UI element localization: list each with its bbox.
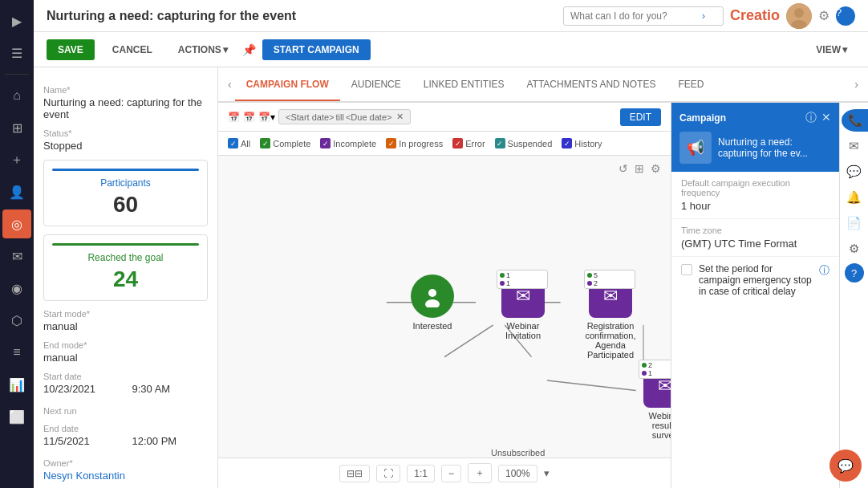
svg-point-11	[428, 289, 436, 297]
edit-button[interactable]: EDIT	[620, 108, 661, 126]
calendar-icon-1[interactable]: 📅	[228, 112, 240, 123]
cb-incomplete-box: ✓	[320, 138, 331, 148]
floating-chat-button[interactable]: 💬	[829, 449, 862, 482]
grid-icon[interactable]: ⊞	[2, 113, 31, 142]
cb-complete[interactable]: ✓ Complete	[260, 138, 310, 148]
save-button[interactable]: SAVE	[47, 39, 95, 60]
fit-btn[interactable]: ⛶	[376, 465, 400, 482]
gear-panel-icon[interactable]: ⚙	[843, 238, 866, 260]
help-icon[interactable]: ?	[836, 6, 855, 26]
tabs-prev-arrow[interactable]: ‹	[225, 75, 235, 94]
view-button[interactable]: VIEW ▾	[808, 39, 855, 60]
frequency-field: Default campaign execution frequency 1 h…	[671, 172, 839, 219]
email-panel-icon[interactable]: ✉	[843, 135, 866, 157]
plus-icon[interactable]: ＋	[2, 145, 31, 174]
target-icon[interactable]: ◎	[2, 209, 31, 238]
node-webinar-survey[interactable]: ✉ 2 1 Webinar results survey	[643, 364, 671, 440]
tab-attachments-notes[interactable]: ATTACHMENTS AND NOTES	[515, 69, 667, 101]
node-webinar-invitation[interactable]: ✉ 1 1 Webinar Invitation	[491, 274, 555, 340]
tabs-next-arrow[interactable]: ›	[851, 75, 862, 94]
cb-history[interactable]: ✓ History	[562, 138, 602, 148]
flow-canvas[interactable]: ↺ ⊞ ⚙	[218, 156, 671, 458]
frequency-value: 1 hour	[681, 200, 829, 212]
emergency-checkbox[interactable]	[681, 264, 692, 275]
actions-button[interactable]: ACTIONS ▾	[170, 39, 236, 60]
emergency-checkbox-row: Set the period for campaign emergency st…	[671, 257, 839, 303]
start-campaign-button[interactable]: START CAMPAIGN	[262, 39, 371, 60]
start-date-value: 10/23/2021	[43, 383, 120, 395]
chart-icon[interactable]: 📊	[2, 370, 31, 399]
name-value: Nurturing a need: capturing for the even…	[43, 96, 208, 120]
user-icon[interactable]: 👤	[2, 177, 31, 206]
start-mode-label: Start mode*	[43, 309, 208, 319]
cb-error[interactable]: ✓ Error	[452, 138, 485, 148]
owner-value[interactable]: Nesyn Konstantin	[43, 470, 208, 482]
node-webinar-invitation-label: Webinar Invitation	[491, 321, 555, 340]
chat-panel-icon[interactable]: 💬	[843, 161, 866, 183]
toolbar: SAVE CANCEL ACTIONS ▾ 📌 START CAMPAIGN V…	[34, 32, 868, 67]
zoom-out-btn[interactable]: −	[441, 465, 461, 482]
node-webinar-survey-label: Webinar results survey	[643, 411, 671, 440]
node-interested[interactable]: Interested	[411, 274, 454, 331]
expand-icon[interactable]: ▶	[2, 6, 31, 35]
search-submit[interactable]: ›	[702, 10, 705, 22]
end-date-value: 11/5/2021	[43, 435, 120, 447]
cb-all-box: ✓	[228, 138, 238, 148]
tab-linked-entities[interactable]: LINKED ENTITIES	[412, 69, 516, 101]
tab-feed[interactable]: FEED	[667, 69, 715, 101]
cancel-button[interactable]: CANCEL	[101, 39, 164, 60]
end-time-value: 12:00 PM	[132, 435, 209, 447]
list-icon[interactable]: ≡	[2, 338, 31, 367]
cb-complete-box: ✓	[260, 138, 270, 148]
goal-title: Reached the goal	[52, 252, 199, 263]
tabs-bar: ‹ CAMPAIGN FLOW AUDIENCE LINKED ENTITIES…	[218, 67, 868, 103]
start-mode-value: manual	[43, 320, 208, 332]
zoom-in-btn[interactable]: ＋	[468, 463, 492, 483]
tab-audience[interactable]: AUDIENCE	[340, 69, 412, 101]
document-panel-icon[interactable]: 📄	[843, 212, 866, 234]
settings-icon[interactable]: ⚙	[651, 162, 661, 175]
phone-panel-icon[interactable]: 📞	[842, 109, 869, 132]
top-header: Nurturing a need: capturing for the even…	[34, 0, 868, 32]
card-info-icon[interactable]: ⓘ	[805, 111, 817, 125]
start-date-pill[interactable]: <Start date> till <Due date> ✕	[278, 109, 411, 124]
grid-btn[interactable]: ⊟⊟	[339, 465, 370, 482]
cb-inprogress[interactable]: ✓ In progress	[386, 138, 443, 148]
date-clear-icon[interactable]: ✕	[396, 112, 404, 122]
node-registration-label: Registration confirmation, Agenda Partic…	[574, 321, 647, 360]
node-registration[interactable]: ✉ 5 2 Registration confirmation, Agenda …	[574, 274, 647, 360]
node-unsubscribed[interactable]: Unsubscribed	[491, 445, 545, 458]
timezone-value: (GMT) UTC Time Format	[681, 238, 829, 250]
search-input[interactable]	[570, 10, 699, 22]
timezone-label: Time zone	[681, 226, 829, 235]
tab-campaign-flow[interactable]: CAMPAIGN FLOW	[235, 69, 340, 101]
cb-all[interactable]: ✓ All	[228, 138, 250, 148]
emergency-info-icon[interactable]: ⓘ	[819, 263, 829, 278]
node-webinar-invitation-badge: 1 1	[497, 270, 548, 289]
start-date-row: 10/23/2021 9:30 AM	[43, 383, 208, 398]
card-close-icon[interactable]: ✕	[821, 111, 831, 125]
home-icon[interactable]: ⌂	[2, 81, 31, 110]
checkbox-group: ✓ All ✓ Complete ✓ Incomplete	[228, 138, 602, 148]
gear-top-icon[interactable]: ⚙	[818, 8, 829, 23]
briefcase-icon[interactable]: ⬡	[2, 306, 31, 335]
cb-incomplete[interactable]: ✓ Incomplete	[320, 138, 376, 148]
lightbulb-icon[interactable]: ◉	[2, 274, 31, 303]
zoom-chevron-icon[interactable]: ▾	[544, 467, 550, 479]
cb-suspended[interactable]: ✓ Suspended	[495, 138, 553, 148]
calendar-icon-2[interactable]: 📅	[243, 112, 255, 123]
grid-view-icon[interactable]: ⊞	[635, 162, 644, 175]
next-run-label: Next run	[43, 406, 208, 416]
calendar-icon[interactable]: ⬜	[2, 402, 31, 431]
participants-count: 60	[52, 192, 199, 218]
search-box[interactable]: ›	[563, 6, 724, 26]
bell-panel-icon[interactable]: 🔔	[843, 186, 866, 209]
question-panel-icon[interactable]: ?	[845, 263, 864, 283]
user-avatar	[786, 3, 812, 29]
calendar-icon-3[interactable]: 📅▾	[258, 112, 275, 123]
mail-icon[interactable]: ✉	[2, 242, 31, 270]
menu-icon[interactable]: ☰	[2, 39, 31, 67]
pin-icon[interactable]: 📌	[242, 43, 256, 56]
node-unsubscribed-label: Unsubscribed	[491, 448, 545, 458]
undo-icon[interactable]: ↺	[619, 162, 628, 175]
